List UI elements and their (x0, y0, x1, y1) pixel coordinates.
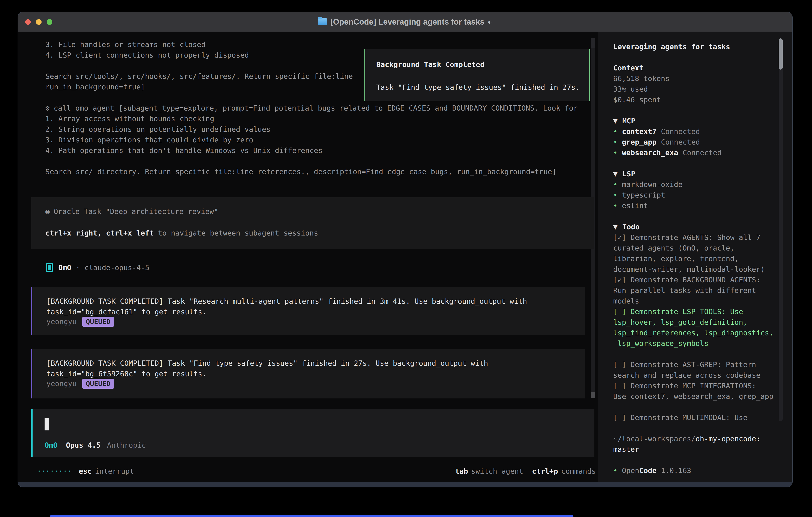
sidebar-scrollbar-thumb[interactable] (779, 38, 783, 70)
workspace-prefix: ~/local-workspaces/ (613, 435, 696, 443)
ctrlp-key-hint: ctrl+p (532, 466, 558, 477)
oracle-task-title: Oracle Task "Deep architecture review" (54, 207, 219, 216)
todo-item-done: [✓] Demonstrate BACKGROUND AGENTS: (613, 274, 774, 285)
task-author: yeongyu (46, 378, 77, 389)
bullet-dot-icon: • (613, 180, 617, 189)
background-task-message-2: [BACKGROUND TASK COMPLETED] Task "Find t… (31, 349, 585, 399)
sidebar-scrollbar-track[interactable] (779, 38, 783, 421)
hint-text: to navigate between subagent sessions (154, 229, 318, 237)
chat-main-area: 3. File handles or streams not closed 4.… (18, 32, 598, 483)
terminal-window: [OpenCode] Leveraging agents for tasks ◐… (18, 11, 793, 487)
todo-item-done: document-writer, multimodal-looker) (613, 264, 774, 274)
omo-agent-icon (46, 263, 53, 272)
mcp-item-status: Connected (683, 148, 722, 157)
task-message-line: [BACKGROUND TASK COMPLETED] Task "Resear… (46, 296, 527, 306)
tool-call-line: ⚙call_omo_agent [subagent_type=explore, … (46, 103, 578, 113)
bullet-dot-icon: • (613, 127, 617, 136)
status-right-group: tab switch agent ctrl+p commands (455, 466, 596, 477)
status-left-group: ········ esc interrupt (37, 466, 134, 477)
task-message-line: task_id="bg_dcfac161" to get results. (46, 306, 207, 317)
status-bar: ········ esc interrupt tab switch agent … (18, 466, 598, 477)
brand-code: Code (639, 466, 657, 474)
window-title-group: [OpenCode] Leveraging agents for tasks ◐ (318, 18, 492, 26)
mcp-section-header[interactable]: ▼MCP (613, 115, 774, 126)
agent-session-header: OmO · claude-opus-4-5 (46, 262, 149, 273)
task-message-meta: yeongyu QUEUED (46, 316, 114, 327)
todo-item-pending: [ ] Demonstrate MCP INTEGRATIONS: (613, 380, 774, 391)
lsp-item-name: typescript (622, 191, 665, 199)
queued-status-badge: QUEUED (82, 317, 114, 327)
zoom-button[interactable] (47, 19, 52, 25)
todo-item-active: lsp_workspace_symbols (613, 338, 774, 349)
bullet-dot-icon: • (613, 201, 617, 210)
chat-scrollbar-top-segment (590, 38, 595, 48)
collapse-triangle-icon: ▼ (613, 117, 617, 125)
version-number: 1.0.163 (657, 466, 691, 474)
task-author: yeongyu (46, 316, 77, 327)
lsp-item: •eslint (613, 200, 774, 211)
mcp-item-status: Connected (661, 127, 700, 136)
mcp-item: •grep_appConnected (613, 137, 774, 147)
workspace-repo: oh-my-opencode: (696, 435, 760, 443)
context-tokens: 66,518 tokens (613, 73, 774, 84)
mcp-item-status: Connected (661, 138, 700, 146)
transcript-line: 3. Division operations that could divide… (46, 135, 578, 145)
esc-key-label: interrupt (95, 466, 134, 477)
todo-section-header[interactable]: ▼Todo (613, 221, 774, 232)
mcp-item-name: websearch_exa (622, 148, 678, 157)
oracle-task-hint: ctrl+x right, ctrl+x left to navigate be… (46, 228, 318, 238)
lsp-item-name: markdown-oxide (622, 180, 683, 189)
traffic-lights (25, 12, 52, 32)
todo-item-pending: [ ] Demonstrate AST-GREP: Pattern (613, 359, 774, 370)
todo-item-done: models (613, 296, 774, 306)
chat-scrollbar-thumb[interactable] (590, 392, 595, 398)
oracle-task-title-row: ◉Oracle Task "Deep architecture review" (46, 206, 218, 217)
todo-item-done: [✓] Demonstrate AGENTS: Show all 7 (613, 232, 774, 243)
transcript-line: 1. Array access without bounds checking (46, 113, 578, 124)
titlebar[interactable]: [OpenCode] Leveraging agents for tasks ◐ (18, 12, 792, 32)
spinner-dots-icon: ········ (37, 466, 71, 477)
window-bottom-edge (18, 482, 792, 487)
todo-item-pending: [ ] Demonstrate MULTIMODAL: Use (613, 412, 774, 423)
todo-item-active: [ ] Demonstrate LSP TOOLS: Use (613, 306, 774, 317)
todo-item-pending: Use context7, websearch_exa, grep_app (613, 391, 774, 402)
dock-indicator-bar (50, 515, 574, 517)
sidebar-content: Leveraging agents for tasks Context 66,5… (613, 42, 774, 476)
bullet-dot-icon: • (613, 191, 617, 199)
brand-open: Open (622, 466, 639, 474)
task-message-meta: yeongyu QUEUED (46, 378, 114, 389)
collapse-triangle-icon: ▼ (613, 223, 617, 231)
context-used: 33% used (613, 84, 774, 94)
minimize-button[interactable] (36, 19, 41, 25)
input-agent-name: OmO (45, 440, 58, 451)
transcript-line: 2. String operations on potentially unde… (46, 124, 578, 135)
close-button[interactable] (25, 19, 31, 25)
mcp-item-name: context7 (622, 127, 657, 136)
transcript-line: 4. Path operations that don't handle Win… (46, 145, 578, 156)
workspace-path: ~/local-workspaces/oh-my-opencode: (613, 433, 774, 444)
agent-name: OmO (58, 262, 71, 273)
lsp-section-header[interactable]: ▼LSP (613, 168, 774, 179)
bullet-dot-icon: • (613, 466, 617, 474)
window-title: [OpenCode] Leveraging agents for tasks (330, 18, 484, 26)
context-header: Context (613, 62, 774, 73)
lsp-item-name: eslint (622, 201, 648, 210)
input-model-name: Opus 4.5 (66, 440, 100, 451)
notification-title: Background Task Completed (376, 59, 485, 70)
input-provider-name: Anthropic (107, 440, 146, 451)
todo-item-pending: search and replace across codebase (613, 370, 774, 380)
prompt-input[interactable]: OmO Opus 4.5 Anthropic (31, 409, 594, 457)
context-spent: $0.46 spent (613, 94, 774, 105)
ctrlp-key-label: commands (561, 466, 596, 477)
task-message-line: [BACKGROUND TASK COMPLETED] Task "Find t… (46, 358, 488, 369)
separator-dot: · (76, 262, 80, 273)
lsp-item: •markdown-oxide (613, 179, 774, 190)
background-task-message-1: [BACKGROUND TASK COMPLETED] Task "Resear… (31, 287, 585, 335)
input-meta-row: OmO Opus 4.5 Anthropic (45, 440, 146, 451)
notification-body: Task "Find type safety issues" finished … (376, 82, 580, 92)
mcp-item: •websearch_exaConnected (613, 147, 774, 158)
transcript-line: Search src/ directory. Return specific f… (46, 166, 578, 177)
text-cursor (45, 418, 49, 430)
mcp-item-name: grep_app (622, 138, 657, 146)
workspace-branch: master (613, 444, 774, 455)
